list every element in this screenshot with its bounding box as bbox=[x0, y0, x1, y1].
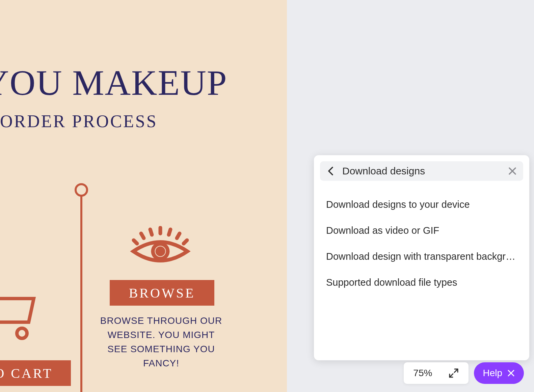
close-icon[interactable] bbox=[508, 166, 517, 176]
svg-line-5 bbox=[141, 233, 144, 238]
help-item[interactable]: Download as video or GIF bbox=[326, 218, 517, 244]
svg-point-10 bbox=[17, 328, 27, 338]
help-button-label: Help bbox=[483, 368, 502, 379]
help-panel: Download designs Download designs to you… bbox=[314, 155, 529, 360]
zoom-control: 75% bbox=[404, 362, 469, 384]
help-panel-header: Download designs bbox=[320, 161, 523, 181]
expand-icon[interactable] bbox=[448, 368, 459, 379]
canvas-title-sub[interactable]: ORDER PROCESS bbox=[0, 111, 158, 131]
svg-line-3 bbox=[150, 229, 152, 235]
eye-icon[interactable] bbox=[128, 226, 192, 268]
back-icon[interactable] bbox=[326, 166, 336, 176]
browse-button-label: BROWSE bbox=[129, 285, 195, 301]
canvas-title-main[interactable]: YOU MAKEUP bbox=[0, 62, 228, 104]
cart-icon[interactable] bbox=[0, 297, 37, 342]
help-item[interactable]: Download design with transparent backgr… bbox=[326, 244, 517, 270]
browse-button[interactable]: BROWSE bbox=[110, 280, 214, 306]
design-canvas[interactable]: YOU MAKEUP ORDER PROCESS BROWSE BROWSE T… bbox=[0, 0, 287, 392]
bottom-bar: 75% Help bbox=[404, 362, 524, 384]
cart-button[interactable]: O CART bbox=[0, 360, 71, 386]
help-button[interactable]: Help bbox=[474, 362, 524, 384]
help-items-list: Download designs to your device Download… bbox=[314, 181, 529, 306]
browse-description[interactable]: BROWSE THROUGH OUR WEBSITE. YOU MIGHT SE… bbox=[100, 314, 223, 370]
help-item[interactable]: Download designs to your device bbox=[326, 192, 517, 218]
cart-button-label: O CART bbox=[0, 365, 53, 381]
zoom-value[interactable]: 75% bbox=[413, 368, 432, 379]
svg-line-6 bbox=[177, 233, 180, 238]
help-item[interactable]: Supported download file types bbox=[326, 270, 517, 296]
svg-point-1 bbox=[157, 248, 163, 254]
help-panel-title: Download designs bbox=[342, 165, 425, 177]
timeline-dot[interactable] bbox=[75, 183, 88, 197]
svg-line-4 bbox=[169, 229, 170, 235]
timeline-line[interactable] bbox=[80, 194, 82, 392]
svg-line-7 bbox=[134, 240, 137, 244]
help-button-close-icon bbox=[507, 369, 515, 377]
svg-line-8 bbox=[184, 240, 187, 244]
